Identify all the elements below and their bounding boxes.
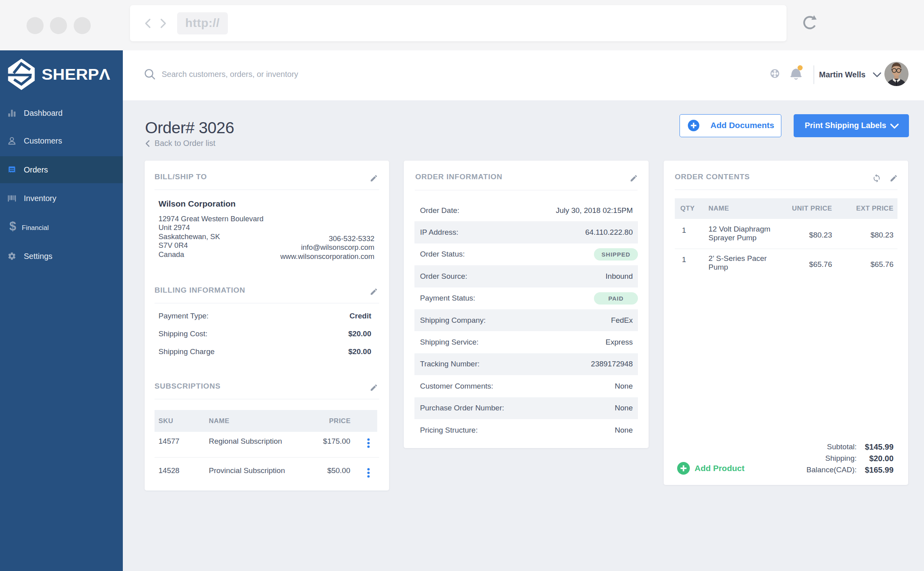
svg-text:SHERPΛ: SHERPΛ [42, 66, 111, 83]
